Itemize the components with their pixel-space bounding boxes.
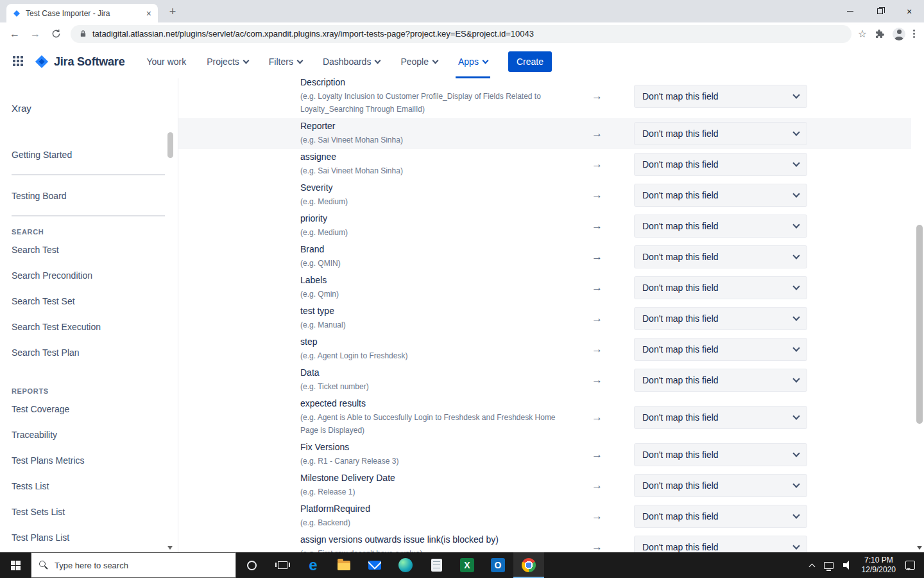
chrome-button[interactable] xyxy=(513,552,544,578)
forward-button[interactable]: → xyxy=(26,24,45,44)
select-value: Don't map this field xyxy=(642,450,719,460)
outlook-button[interactable]: O xyxy=(483,552,513,578)
browser-tab[interactable]: Test Case Importer - Jira × xyxy=(6,4,158,22)
chevron-down-icon xyxy=(792,128,800,136)
field-mapping-select[interactable]: Don't map this field xyxy=(634,153,807,176)
sidebar-title: Xray xyxy=(12,103,178,114)
map-arrow-icon: → xyxy=(590,312,634,325)
taskbar-search[interactable]: Type here to search xyxy=(31,552,236,578)
map-arrow-icon: → xyxy=(590,479,634,492)
field-mapping-select[interactable]: Don't map this field xyxy=(634,505,807,528)
sidebar-item-getting-started[interactable]: Getting Started xyxy=(12,142,178,168)
sidebar-item-test-plans-metrics[interactable]: Test Plans Metrics xyxy=(12,448,178,473)
excel-button[interactable]: X xyxy=(452,552,483,578)
field-mapping-select[interactable]: Don't map this field xyxy=(634,215,807,238)
sidebar-item-search-precondition[interactable]: Search Precondition xyxy=(12,263,178,288)
task-view-button[interactable] xyxy=(267,552,298,578)
mail-button[interactable] xyxy=(359,552,390,578)
sidebar-item-test-coverage[interactable]: Test Coverage xyxy=(12,396,178,422)
url-text[interactable]: tatadigital.atlassian.net/plugins/servle… xyxy=(92,29,534,39)
minimize-icon xyxy=(847,11,853,12)
sidebar-heading: SEARCH xyxy=(12,228,178,236)
field-mapping-select[interactable]: Don't map this field xyxy=(634,122,807,145)
back-button[interactable]: ← xyxy=(5,24,24,44)
display-icon[interactable] xyxy=(824,562,834,569)
browser-menu-icon[interactable] xyxy=(913,30,915,38)
nav-item-filters[interactable]: Filters xyxy=(266,45,305,78)
windows-logo-icon xyxy=(11,561,21,570)
address-bar[interactable]: tatadigital.atlassian.net/plugins/servle… xyxy=(71,25,851,43)
sidebar-scrollbar[interactable] xyxy=(167,132,173,158)
clock-time: 7:10 PM xyxy=(862,556,896,565)
file-explorer-button[interactable] xyxy=(329,552,359,578)
select-value: Don't map this field xyxy=(642,542,719,552)
app-switcher-icon[interactable] xyxy=(13,56,24,67)
bookmark-star-icon[interactable]: ☆ xyxy=(858,28,867,40)
nav-item-people[interactable]: People xyxy=(398,45,440,78)
field-mapping-select[interactable]: Don't map this field xyxy=(634,85,807,108)
restore-icon xyxy=(877,8,883,14)
taskbar: Type here to search eXO 7:10 PM 12/9/202… xyxy=(0,552,924,578)
field-mapping-select[interactable]: Don't map this field xyxy=(634,307,807,330)
field-mapping-select[interactable]: Don't map this field xyxy=(634,245,807,268)
field-mapping-select[interactable]: Don't map this field xyxy=(634,406,807,429)
sidebar-item-test-sets-list[interactable]: Test Sets List xyxy=(12,499,178,525)
field-mapping-select[interactable]: Don't map this field xyxy=(634,443,807,466)
select-value: Don't map this field xyxy=(642,91,719,101)
close-button[interactable]: × xyxy=(894,0,924,22)
edge-button[interactable]: e xyxy=(298,552,329,578)
map-arrow-icon: → xyxy=(590,541,634,552)
field-info: Milestone Delivery Date(e.g. Release 1) xyxy=(300,470,590,501)
map-arrow-icon: → xyxy=(590,281,634,294)
refresh-button[interactable] xyxy=(46,24,65,44)
sidebar-item-traceability[interactable]: Traceability xyxy=(12,422,178,448)
sidebar-item-tests-list[interactable]: Tests List xyxy=(12,473,178,499)
select-value: Don't map this field xyxy=(642,344,719,355)
minimize-button[interactable] xyxy=(835,0,865,22)
sidebar-item-search-test-plan[interactable]: Search Test Plan xyxy=(12,340,178,365)
globe-button[interactable] xyxy=(390,552,421,578)
main-scrollbar[interactable] xyxy=(916,225,923,424)
extensions-icon[interactable] xyxy=(875,29,885,39)
field-mapping-select[interactable]: Don't map this field xyxy=(634,369,807,392)
nav-item-label: Projects xyxy=(207,57,239,67)
sidebar-item-test-plans-list[interactable]: Test Plans List xyxy=(12,525,178,550)
nav-item-dashboards[interactable]: Dashboards xyxy=(320,45,383,78)
toolbar-right: ☆ xyxy=(858,28,915,40)
field-mapping-select[interactable]: Don't map this field xyxy=(634,474,807,497)
chevron-down-icon xyxy=(792,190,800,197)
main-scroll-down-icon[interactable] xyxy=(917,546,922,550)
create-button[interactable]: Create xyxy=(508,51,552,72)
chevron-down-icon xyxy=(792,91,800,98)
sidebar-item-testing-board[interactable]: Testing Board xyxy=(12,183,178,209)
start-button[interactable] xyxy=(0,552,31,578)
select-value: Don't map this field xyxy=(642,412,719,423)
action-center-icon[interactable] xyxy=(905,561,915,570)
browser-tab-strip: Test Case Importer - Jira × + × xyxy=(0,0,924,22)
restore-button[interactable] xyxy=(865,0,894,22)
cortana-button[interactable] xyxy=(236,552,267,578)
field-mapping-select[interactable]: Don't map this field xyxy=(634,338,807,361)
speaker-icon[interactable] xyxy=(843,561,852,570)
field-info: Fix Versions(e.g. R1 - Canary Release 3) xyxy=(300,439,590,470)
notepad-button[interactable] xyxy=(421,552,452,578)
field-example: (e.g. QMIN) xyxy=(300,257,557,270)
tab-close-icon[interactable]: × xyxy=(146,9,151,18)
field-mapping-select[interactable]: Don't map this field xyxy=(634,276,807,299)
sidebar-item-search-test-execution[interactable]: Search Test Execution xyxy=(12,314,178,340)
new-tab-button[interactable]: + xyxy=(164,3,181,20)
nav-item-your-work[interactable]: Your work xyxy=(144,45,189,78)
profile-avatar[interactable] xyxy=(893,28,905,40)
sidebar-item-search-test[interactable]: Search Test xyxy=(12,237,178,263)
field-mapping-select[interactable]: Don't map this field xyxy=(634,536,807,552)
jira-logo[interactable]: Jira Software xyxy=(35,55,124,69)
nav-item-projects[interactable]: Projects xyxy=(204,45,251,78)
sidebar-scroll-down-icon[interactable] xyxy=(167,546,173,550)
nav-item-label: Apps xyxy=(458,57,479,67)
taskbar-clock[interactable]: 7:10 PM 12/9/2020 xyxy=(862,556,896,575)
sidebar-item-search-test-set[interactable]: Search Test Set xyxy=(12,288,178,314)
nav-item-apps[interactable]: Apps xyxy=(456,45,490,78)
tray-expand-icon[interactable] xyxy=(809,563,815,570)
field-name: priority xyxy=(300,213,590,223)
field-mapping-select[interactable]: Don't map this field xyxy=(634,184,807,207)
